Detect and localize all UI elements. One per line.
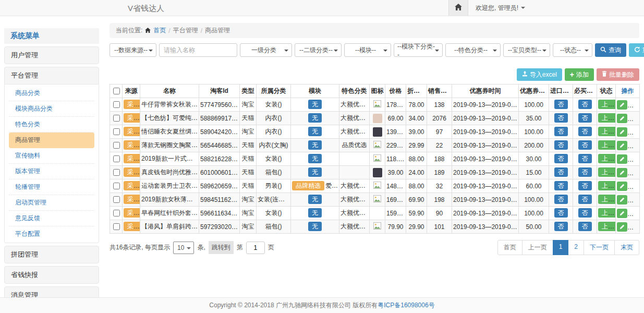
breadcrumb-home-link[interactable]: 首页 (153, 26, 166, 35)
status-toggle[interactable]: 上架 (598, 167, 616, 177)
module-badge[interactable]: 无 (308, 127, 322, 136)
status-toggle[interactable]: 上架 (598, 181, 616, 190)
filter-select[interactable]: --特色分类-- (445, 43, 501, 57)
import-select-toggle[interactable]: 否 (554, 140, 568, 150)
must-buy-toggle[interactable]: 否 (578, 140, 592, 150)
status-toggle[interactable]: 上架 (598, 154, 616, 163)
edit-button[interactable] (617, 209, 627, 218)
jump-button[interactable]: 跳转到 (209, 241, 234, 254)
select-all-checkbox[interactable] (113, 88, 120, 94)
edit-button[interactable] (617, 127, 627, 137)
import-select-toggle[interactable]: 否 (554, 100, 568, 109)
row-checkbox[interactable] (113, 183, 120, 189)
must-buy-toggle[interactable]: 否 (578, 195, 592, 204)
import-select-toggle[interactable]: 否 (554, 222, 568, 231)
edit-button[interactable] (617, 168, 627, 177)
import-select-toggle[interactable]: 否 (554, 154, 568, 163)
sidebar-group[interactable]: 省钱快报 (4, 266, 99, 284)
must-buy-toggle[interactable]: 否 (578, 127, 592, 136)
module-badge[interactable]: 无 (308, 167, 322, 177)
import-select-toggle[interactable]: 否 (554, 167, 568, 177)
module-badge[interactable]: 无 (308, 113, 322, 123)
page-button[interactable]: 2 (568, 240, 584, 255)
name-input[interactable] (159, 43, 237, 57)
filter-select[interactable]: --宝贝类型-- (503, 43, 550, 57)
module-badge[interactable]: 无 (308, 222, 322, 231)
status-toggle[interactable]: 上架 (598, 140, 616, 150)
import-select-toggle[interactable]: 否 (554, 181, 568, 190)
module-badge[interactable]: 无 (308, 100, 322, 109)
import-excel-button[interactable]: 导入excel (517, 68, 562, 81)
import-select-toggle[interactable]: 否 (554, 195, 568, 204)
row-checkbox[interactable] (113, 101, 120, 108)
filter-select[interactable]: --二级分类-- (295, 43, 342, 57)
row-checkbox[interactable] (113, 142, 120, 149)
edit-button[interactable] (617, 154, 627, 164)
module-badge[interactable]: 无 (308, 195, 322, 204)
module-badge[interactable]: 品牌精选 (292, 181, 324, 190)
module-badge[interactable]: 无 (308, 140, 322, 150)
home-button[interactable] (448, 0, 468, 16)
edit-button[interactable] (617, 222, 627, 232)
sidebar-item[interactable]: 模块商品分类 (9, 101, 94, 117)
must-buy-toggle[interactable]: 否 (578, 181, 592, 190)
sidebar-item[interactable]: 商品管理 (9, 133, 94, 148)
status-toggle[interactable]: 上架 (598, 222, 616, 231)
sidebar-item[interactable]: 平台配置 (9, 226, 94, 242)
must-buy-toggle[interactable]: 否 (578, 113, 592, 123)
edit-button[interactable] (617, 114, 627, 123)
sidebar-item[interactable]: 宣传物料 (9, 148, 94, 164)
import-select-toggle[interactable]: 否 (554, 113, 568, 123)
search-button[interactable]: 查询 (595, 43, 626, 57)
edit-button[interactable] (617, 182, 627, 191)
sidebar-group[interactable]: 拼团管理 (4, 246, 99, 263)
filter-select[interactable]: --模块-- (344, 43, 391, 57)
import-select-toggle[interactable]: 否 (554, 208, 568, 218)
module-badge[interactable]: 无 (308, 208, 322, 218)
row-checkbox[interactable] (113, 210, 120, 216)
page-button[interactable]: 末页 (614, 240, 639, 255)
edit-button[interactable] (617, 195, 627, 204)
page-button[interactable]: 首页 (497, 240, 523, 255)
sidebar-item[interactable]: 轮播管理 (9, 179, 94, 195)
status-toggle[interactable]: 上架 (598, 195, 616, 204)
must-buy-toggle[interactable]: 否 (578, 154, 592, 163)
user-menu[interactable]: 欢迎您, 管理员! (468, 4, 525, 13)
page-button[interactable]: 下一页 (584, 240, 615, 255)
row-checkbox[interactable] (113, 128, 120, 135)
sidebar-item[interactable]: 启动页管理 (9, 195, 94, 211)
filter-select[interactable]: --状态-- (553, 43, 592, 57)
sidebar-group[interactable]: 平台管理 (4, 67, 99, 85)
row-checkbox[interactable] (113, 196, 120, 203)
filter-select[interactable]: --数据来源-- (110, 43, 156, 57)
sidebar-item[interactable]: 意见反馈 (9, 211, 94, 226)
icp-link[interactable]: 粤ICP备16098006号 (378, 302, 434, 309)
import-select-toggle[interactable]: 否 (554, 127, 568, 136)
sidebar-item[interactable]: 特色分类 (9, 117, 94, 133)
sidebar-group[interactable]: 用户管理 (4, 46, 99, 64)
sidebar-item[interactable]: 商品分类 (9, 86, 94, 101)
must-buy-toggle[interactable]: 否 (578, 222, 592, 231)
reset-button[interactable]: 重置 (629, 43, 644, 57)
module-badge[interactable]: 无 (308, 154, 322, 163)
row-checkbox[interactable] (113, 223, 120, 230)
status-toggle[interactable]: 上架 (598, 208, 616, 218)
edit-button[interactable] (617, 141, 627, 150)
must-buy-toggle[interactable]: 否 (578, 100, 592, 109)
row-checkbox[interactable] (113, 115, 120, 122)
status-toggle[interactable]: 上架 (598, 100, 616, 109)
batch-delete-button[interactable]: 批量删除 (597, 68, 639, 81)
must-buy-toggle[interactable]: 否 (578, 167, 592, 177)
sidebar-item[interactable]: 版本管理 (9, 164, 94, 179)
row-checkbox[interactable] (113, 155, 120, 162)
page-input[interactable] (246, 242, 265, 254)
status-toggle[interactable]: 上架 (598, 113, 616, 123)
status-toggle[interactable]: 上架 (598, 127, 616, 136)
row-checkbox[interactable] (113, 169, 120, 176)
per-page-select[interactable]: 10 (173, 242, 194, 254)
filter-select[interactable]: 一级分类 (240, 43, 292, 57)
must-buy-toggle[interactable]: 否 (578, 208, 592, 218)
add-button[interactable]: + 添加 (565, 68, 594, 81)
filter-select[interactable]: --模块下分类-- (394, 43, 443, 57)
edit-button[interactable] (617, 100, 627, 110)
